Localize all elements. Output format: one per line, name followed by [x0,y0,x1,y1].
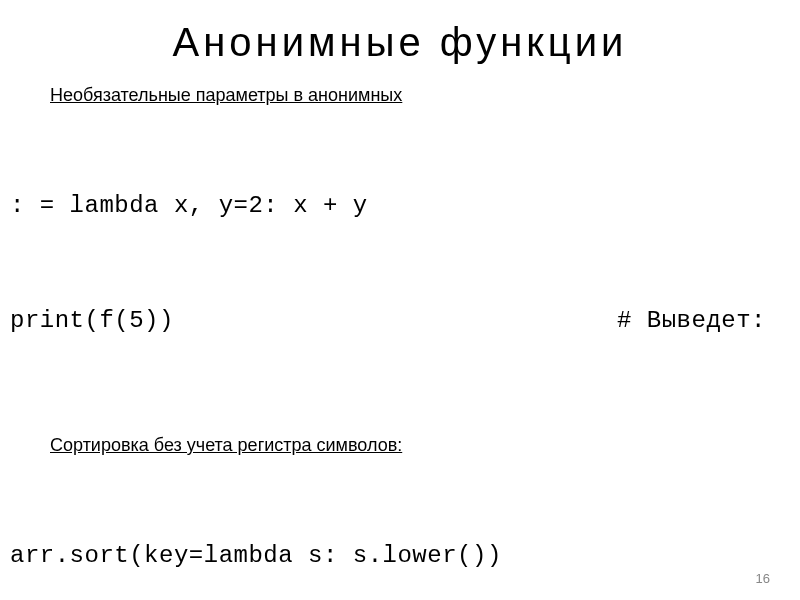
code-text: print(f(5)) [10,302,174,340]
section1-label: Необязательные параметры в анонимных [50,85,770,106]
code-line: arr.sort(key=lambda s: s.lower()) [10,537,770,575]
slide-title: Анонимные функции [30,20,770,65]
code-line: print(f(5)) # Выведет: [10,302,770,340]
slide: Анонимные функции Необязательные парамет… [0,0,800,600]
code-block-2: arr.sort(key=lambda s: s.lower()) for i … [10,460,770,600]
page-number: 16 [756,571,770,586]
code-comment: # Выведет: [617,302,770,340]
section2-label: Сортировка без учета регистра символов: [50,435,770,456]
code-line: : = lambda x, y=2: x + y [10,187,770,225]
code-block-1: : = lambda x, y=2: x + y print(f(5)) # В… [10,110,770,417]
